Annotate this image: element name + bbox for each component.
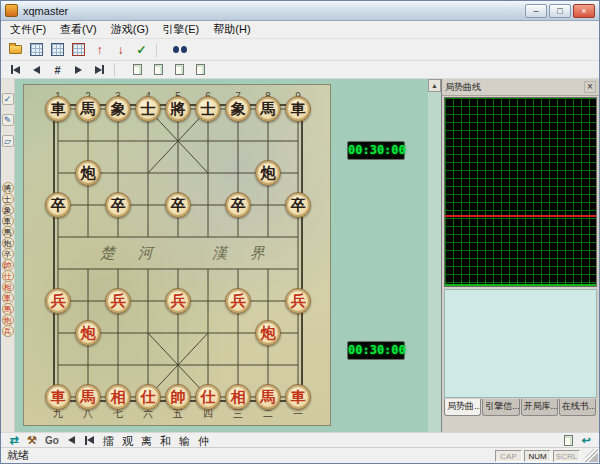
piece-red-馬[interactable]: 馬 [255, 384, 281, 410]
paste-fen-icon[interactable] [191, 61, 210, 78]
piece-black-卒[interactable]: 卒 [285, 192, 311, 218]
new-board-icon[interactable] [27, 41, 46, 58]
toolbar-separator [114, 63, 123, 77]
piece-red-帥[interactable]: 帥 [165, 384, 191, 410]
search-position-icon[interactable] [170, 41, 189, 58]
nav-toolbar: # [1, 61, 599, 79]
panel-tab-0[interactable]: 局势曲... [444, 399, 481, 416]
piece-black-卒[interactable]: 卒 [165, 192, 191, 218]
exchange-icon[interactable]: ⇄ [6, 434, 22, 447]
piece-red-兵[interactable]: 兵 [105, 288, 131, 314]
takeback-move-icon[interactable]: ↑ [90, 41, 109, 58]
action-button-2[interactable]: 离 [141, 435, 152, 447]
piece-red-兵[interactable]: 兵 [225, 288, 251, 314]
piece-black-車[interactable]: 車 [45, 96, 71, 122]
edit-board-icon[interactable] [69, 41, 88, 58]
confirm-check-icon[interactable]: ✓ [2, 93, 14, 105]
close-button[interactable]: × [573, 4, 595, 18]
menu-help[interactable]: 帮助(H) [206, 21, 257, 38]
nav-prev-icon[interactable] [27, 61, 46, 78]
action-button-5[interactable]: 仲 [198, 435, 209, 447]
info-area [444, 289, 597, 398]
tools-hammer-icon[interactable]: ⚒ [24, 434, 40, 447]
panel-filler [442, 416, 599, 432]
piece-black-象[interactable]: 象 [225, 96, 251, 122]
menu-game[interactable]: 游戏(G) [104, 21, 156, 38]
scroll-up-icon[interactable]: ▲ [428, 79, 441, 92]
action-button-1[interactable]: 观 [122, 435, 133, 447]
piece-black-炮[interactable]: 炮 [75, 160, 101, 186]
piece-red-兵[interactable]: 兵 [165, 288, 191, 314]
menu-view[interactable]: 查看(V) [53, 21, 104, 38]
piece-black-炮[interactable]: 炮 [255, 160, 281, 186]
trend-panel: 局势曲线 × 局势曲...引擎信...开局库...在线书... [441, 79, 599, 432]
panel-tab-2[interactable]: 开局库... [521, 399, 558, 416]
resize-grip[interactable] [585, 449, 598, 462]
piece-red-相[interactable]: 相 [225, 384, 251, 410]
paste-game-icon[interactable] [170, 61, 189, 78]
piece-black-士[interactable]: 士 [195, 96, 221, 122]
red-clock: 00:30:00 [347, 341, 405, 360]
piece-black-馬[interactable]: 馬 [75, 96, 101, 122]
notes-page-icon[interactable] [560, 434, 576, 447]
piece-black-將[interactable]: 將 [165, 96, 191, 122]
close-panel-icon[interactable]: × [584, 81, 596, 93]
palette-piece-red-13[interactable]: 兵 [2, 325, 14, 337]
piece-red-馬[interactable]: 馬 [75, 384, 101, 410]
nav-first-icon[interactable] [6, 61, 25, 78]
panel-tab-3[interactable]: 在线书... [559, 399, 596, 416]
minimize-button[interactable]: – [525, 4, 547, 18]
piece-black-卒[interactable]: 卒 [105, 192, 131, 218]
menu-engine[interactable]: 引擎(E) [156, 21, 207, 38]
title-bar[interactable]: xqmaster – □ × [1, 1, 599, 21]
status-text: 就绪 [7, 448, 29, 463]
piece-red-相[interactable]: 相 [105, 384, 131, 410]
main-toolbar: ↑↓✓ [1, 39, 599, 61]
nav-last-icon[interactable] [90, 61, 109, 78]
nav-next-icon[interactable] [69, 61, 88, 78]
jump-start-icon[interactable] [82, 434, 98, 447]
undo-icon[interactable]: ↩ [578, 434, 594, 447]
content-area: ✓✎▱將士象車馬炮卒帥仕相車馬炮兵 楚 河 漢 界 123456789九八七六五… [1, 79, 599, 432]
piece-black-卒[interactable]: 卒 [45, 192, 71, 218]
board-scrollbar[interactable]: ▲ [428, 79, 441, 432]
action-button-3[interactable]: 和 [160, 435, 171, 447]
piece-black-車[interactable]: 車 [285, 96, 311, 122]
nav-goto-move-icon[interactable]: # [48, 61, 67, 78]
open-file-icon[interactable] [6, 41, 25, 58]
menu-file[interactable]: 文件(F) [3, 21, 53, 38]
piece-red-車[interactable]: 車 [45, 384, 71, 410]
caps-indicator: CAP [495, 450, 522, 462]
board-panel: 楚 河 漢 界 123456789九八七六五四三二一車馬象士將士象馬車炮炮卒卒卒… [15, 79, 441, 432]
edit-pencil-icon[interactable]: ✎ [2, 114, 14, 126]
piece-red-仕[interactable]: 仕 [195, 384, 221, 410]
copy-board-icon[interactable] [48, 41, 67, 58]
copy-fen-icon[interactable] [149, 61, 168, 78]
toolbar-separator [156, 43, 165, 57]
maximize-button[interactable]: □ [549, 4, 571, 18]
window-controls: – □ × [525, 4, 595, 18]
forward-move-icon[interactable]: ↓ [111, 41, 130, 58]
step-back-icon[interactable] [64, 434, 80, 447]
engine-analyze-icon[interactable]: ✓ [132, 41, 151, 58]
piece-red-車[interactable]: 車 [285, 384, 311, 410]
piece-red-炮[interactable]: 炮 [75, 320, 101, 346]
piece-black-馬[interactable]: 馬 [255, 96, 281, 122]
piece-black-卒[interactable]: 卒 [225, 192, 251, 218]
piece-black-象[interactable]: 象 [105, 96, 131, 122]
piece-black-士[interactable]: 士 [135, 96, 161, 122]
piece-red-兵[interactable]: 兵 [285, 288, 311, 314]
piece-red-仕[interactable]: 仕 [135, 384, 161, 410]
action-button-0[interactable]: 擂 [103, 435, 114, 447]
board[interactable]: 楚 河 漢 界 123456789九八七六五四三二一車馬象士將士象馬車炮炮卒卒卒… [23, 84, 331, 426]
graph-red-line [445, 215, 596, 217]
panel-tab-1[interactable]: 引擎信... [482, 399, 519, 416]
piece-red-兵[interactable]: 兵 [45, 288, 71, 314]
num-indicator: NUM [524, 450, 551, 462]
panel-header[interactable]: 局势曲线 × [442, 79, 599, 96]
action-button-4[interactable]: 输 [179, 435, 190, 447]
go-label[interactable]: Go [45, 435, 59, 446]
piece-red-炮[interactable]: 炮 [255, 320, 281, 346]
eraser-icon[interactable]: ▱ [2, 135, 14, 147]
copy-game-icon[interactable] [128, 61, 147, 78]
